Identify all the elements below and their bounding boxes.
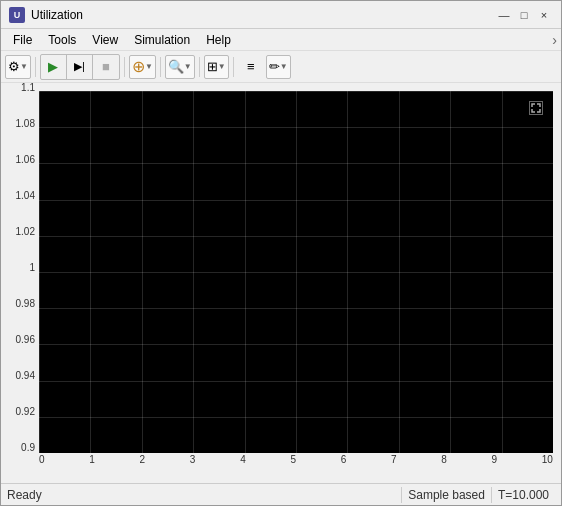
insert-icon: ⊕ bbox=[132, 57, 145, 76]
minimize-button[interactable]: — bbox=[495, 6, 513, 24]
close-button[interactable]: × bbox=[535, 6, 553, 24]
menu-bar: File Tools View Simulation Help › bbox=[1, 29, 561, 51]
status-time: T=10.000 bbox=[491, 487, 555, 503]
toolbar-separator-5 bbox=[233, 57, 234, 77]
y-label-5: 1 bbox=[1, 263, 39, 273]
x-label-4: 4 bbox=[240, 455, 246, 475]
insert-dropdown[interactable]: ⊕ ▼ bbox=[129, 55, 156, 79]
zoom-icon: 🔍 bbox=[168, 59, 184, 74]
zoom-dropdown[interactable]: 🔍 ▼ bbox=[165, 55, 195, 79]
settings-dropdown[interactable]: ⚙ ▼ bbox=[5, 55, 31, 79]
y-label-4: 1.02 bbox=[1, 227, 39, 237]
y-label-8: 0.94 bbox=[1, 371, 39, 381]
style-button[interactable]: ≡ bbox=[238, 55, 264, 79]
axes-dropdown[interactable]: ⊞ ▼ bbox=[204, 55, 229, 79]
grid-v-6 bbox=[347, 91, 348, 453]
run-button[interactable]: ▶ bbox=[41, 55, 67, 79]
x-label-7: 7 bbox=[391, 455, 397, 475]
y-axis-labels: 1.1 1.08 1.06 1.04 1.02 1 0.98 0.96 0.94… bbox=[1, 83, 39, 453]
x-label-3: 3 bbox=[190, 455, 196, 475]
plot-canvas[interactable] bbox=[39, 91, 553, 453]
x-axis-labels: 0 1 2 3 4 5 6 7 8 9 10 bbox=[39, 455, 553, 475]
x-label-5: 5 bbox=[290, 455, 296, 475]
y-label-0: 1.1 bbox=[1, 83, 39, 93]
x-label-8: 8 bbox=[441, 455, 447, 475]
grid-v-4 bbox=[245, 91, 246, 453]
play-controls-group: ▶ ▶| ■ bbox=[40, 54, 120, 80]
scroll-arrow-right[interactable]: › bbox=[552, 32, 557, 48]
stop-button[interactable]: ■ bbox=[93, 55, 119, 79]
y-label-1: 1.08 bbox=[1, 119, 39, 129]
y-label-10: 0.9 bbox=[1, 443, 39, 453]
grid-v-9 bbox=[502, 91, 503, 453]
toolbar-separator-1 bbox=[35, 57, 36, 77]
y-label-9: 0.92 bbox=[1, 407, 39, 417]
x-label-0: 0 bbox=[39, 455, 45, 475]
settings-icon: ⚙ bbox=[8, 59, 20, 74]
grid-v-3 bbox=[193, 91, 194, 453]
window-controls: — □ × bbox=[495, 6, 553, 24]
main-window: U Utilization — □ × File Tools View Simu… bbox=[0, 0, 562, 506]
toolbar: ⚙ ▼ ▶ ▶| ■ ⊕ ▼ 🔍 ▼ ⊞ ▼ ≡ bbox=[1, 51, 561, 83]
plot-container: 1.1 1.08 1.06 1.04 1.02 1 0.98 0.96 0.94… bbox=[1, 83, 561, 483]
grid-v-8 bbox=[450, 91, 451, 453]
menu-tools[interactable]: Tools bbox=[40, 29, 84, 51]
grid-v-2 bbox=[142, 91, 143, 453]
status-right: Sample based T=10.000 bbox=[401, 487, 555, 503]
status-sample-based: Sample based bbox=[401, 487, 491, 503]
x-label-1: 1 bbox=[89, 455, 95, 475]
grid-v-7 bbox=[399, 91, 400, 453]
x-label-6: 6 bbox=[341, 455, 347, 475]
y-label-6: 0.98 bbox=[1, 299, 39, 309]
toolbar-separator-4 bbox=[199, 57, 200, 77]
grid-v-1 bbox=[90, 91, 91, 453]
x-label-10: 10 bbox=[542, 455, 553, 475]
status-bar: Ready Sample based T=10.000 bbox=[1, 483, 561, 505]
annotate-icon: ✏ bbox=[269, 59, 280, 74]
maximize-button[interactable]: □ bbox=[515, 6, 533, 24]
y-label-7: 0.96 bbox=[1, 335, 39, 345]
app-icon: U bbox=[9, 7, 25, 23]
grid-v-0 bbox=[39, 91, 40, 453]
grid-v-5 bbox=[296, 91, 297, 453]
x-label-9: 9 bbox=[492, 455, 498, 475]
y-label-3: 1.04 bbox=[1, 191, 39, 201]
expand-axes-button[interactable] bbox=[529, 101, 543, 115]
x-label-2: 2 bbox=[140, 455, 146, 475]
menu-simulation[interactable]: Simulation bbox=[126, 29, 198, 51]
axes-icon: ⊞ bbox=[207, 59, 218, 74]
window-title: Utilization bbox=[31, 8, 83, 22]
step-forward-button[interactable]: ▶| bbox=[67, 55, 93, 79]
title-bar: U Utilization — □ × bbox=[1, 1, 561, 29]
status-ready: Ready bbox=[7, 488, 42, 502]
annotate-dropdown[interactable]: ✏ ▼ bbox=[266, 55, 291, 79]
plot-area: 1.1 1.08 1.06 1.04 1.02 1 0.98 0.96 0.94… bbox=[1, 83, 561, 483]
toolbar-separator-3 bbox=[160, 57, 161, 77]
toolbar-separator-2 bbox=[124, 57, 125, 77]
menu-help[interactable]: Help bbox=[198, 29, 239, 51]
title-bar-left: U Utilization bbox=[9, 7, 83, 23]
menu-view[interactable]: View bbox=[84, 29, 126, 51]
menu-file[interactable]: File bbox=[5, 29, 40, 51]
y-label-2: 1.06 bbox=[1, 155, 39, 165]
